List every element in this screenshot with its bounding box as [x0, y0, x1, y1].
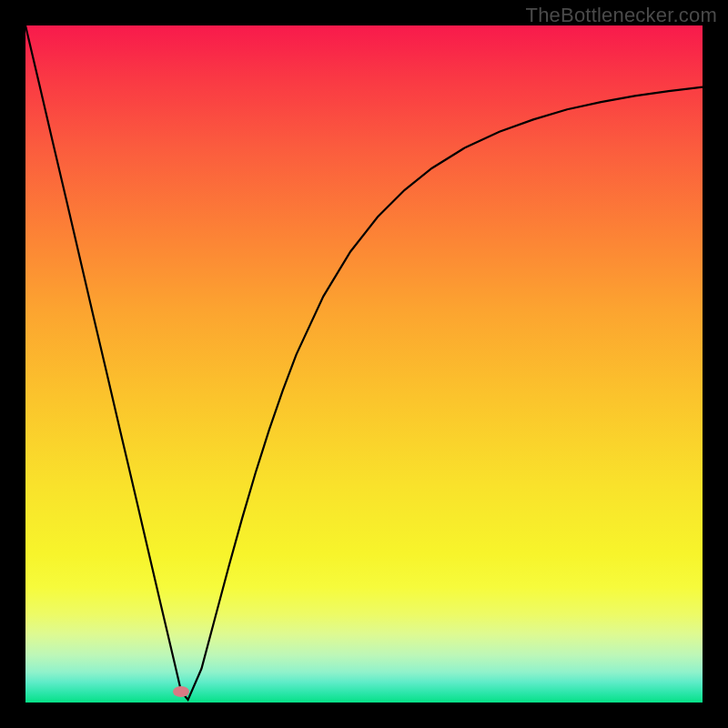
bottleneck-curve: [25, 25, 703, 703]
curve-path: [25, 25, 703, 700]
minimum-marker: [173, 686, 189, 697]
chart-frame: TheBottlenecker.com: [0, 0, 728, 728]
plot-area: [25, 25, 703, 703]
watermark-label: TheBottlenecker.com: [526, 4, 717, 27]
